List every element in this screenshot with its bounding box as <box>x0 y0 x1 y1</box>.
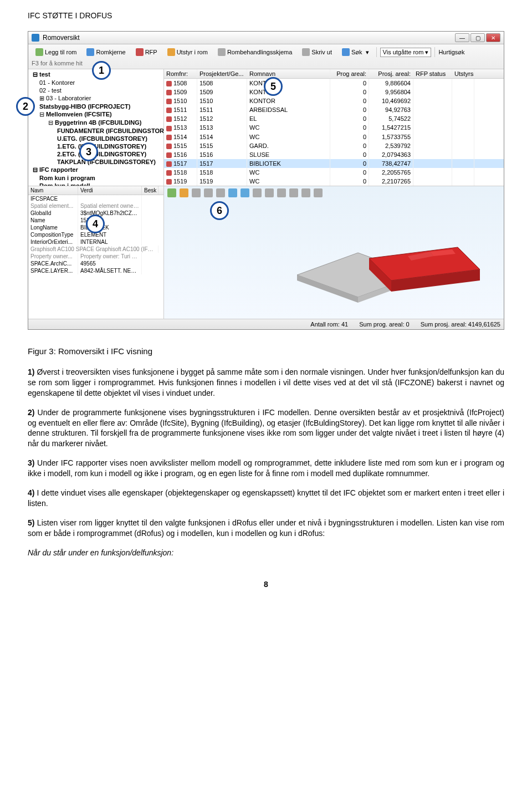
col-prosjektert[interactable]: Prosjektert/Ge... <box>197 69 247 78</box>
callout-4: 4 <box>86 215 105 233</box>
equipment-button[interactable]: Utstyr i rom <box>163 47 212 58</box>
filter-label: Vis utgåtte rom <box>383 49 424 55</box>
view-tool-icon[interactable] <box>180 188 188 197</box>
callout-2: 2 <box>16 97 35 116</box>
prop-key: SPACE.LAYER... <box>28 267 78 274</box>
tree-item[interactable]: 02 - test <box>28 86 163 94</box>
close-button[interactable]: ✕ <box>486 33 500 42</box>
status-prosj-area: Sum prosj. areal: 4149,61625 <box>421 321 500 328</box>
romkjerne-button[interactable]: Romkjerne <box>83 47 129 58</box>
tree-item[interactable]: ⊟ Byggetrinn 4B (IFCBUILDING) <box>28 119 163 127</box>
quicksearch-hint: F3 for å komme hit <box>32 60 83 67</box>
search-icon <box>342 48 350 56</box>
view-tool-icon[interactable] <box>253 188 262 197</box>
view-tool-icon[interactable] <box>241 188 249 197</box>
prop-col-name[interactable]: Navn <box>28 186 78 195</box>
tree-panel[interactable]: ⊟ test 01 - Kontorer 02 - test ⊞ 03 - La… <box>28 69 164 186</box>
tree-item[interactable]: ⊞ 03 - Laboratorier <box>28 94 163 103</box>
list-marker: 3) <box>28 458 34 467</box>
rfp-button[interactable]: RFP <box>132 47 161 58</box>
tree-item[interactable]: Rom kun i program <box>28 174 163 182</box>
prop-val: A842-MÅLSETT. NETTOAR... <box>78 267 142 274</box>
tree-item[interactable]: Rom kun i modell <box>28 182 163 186</box>
table-row[interactable]: 15081508KONTOR09,886604 <box>164 79 504 88</box>
col-prog-areal[interactable]: Prog areal: <box>330 69 369 78</box>
view-tool-icon[interactable] <box>301 188 310 197</box>
table-row[interactable]: 15121512EL05,74522 <box>164 114 504 123</box>
plus-icon <box>35 48 43 56</box>
table-row[interactable]: 15141514WC01,5733755 <box>164 132 504 141</box>
callout-1: 1 <box>92 61 111 80</box>
treatment-button[interactable]: Rombehandlingsskjema <box>214 47 296 58</box>
page-number: 8 <box>28 580 504 589</box>
table-row[interactable]: 15101510KONTOR010,469692 <box>164 96 504 105</box>
view-tool-icon[interactable] <box>167 188 176 197</box>
table-row[interactable]: 15161516SLUSE02,0794363 <box>164 150 504 159</box>
view-tool-icon[interactable] <box>204 188 213 197</box>
prop-val: 3$ntMOgKLB7h2tCZrdEvj <box>78 210 142 217</box>
table-row[interactable]: 15131513WC01,5427215 <box>164 123 504 132</box>
table-row[interactable]: 15151515GARD.02,539792 <box>164 141 504 150</box>
tree-item[interactable]: ⊟ Mellomveien (IFCSITE) <box>28 110 163 119</box>
paragraph-4: I dette vinduet vises alle egenskaper (o… <box>28 488 504 508</box>
prop-col-besk[interactable]: Besk <box>142 186 158 195</box>
tree-item[interactable]: FUNDAMENTER (IFCBUILDINGSTORE <box>28 127 163 135</box>
prop-key: Property owner... <box>28 253 78 260</box>
tree-item[interactable]: Statsbygg-HIBO (IFCPROJECT) <box>28 103 163 110</box>
prop-key: Spatial element... <box>28 202 78 210</box>
prop-col-value[interactable]: Verdi <box>78 186 142 195</box>
view-tool-icon[interactable] <box>289 188 298 197</box>
filter-dropdown[interactable]: Vis utgåtte rom ▾ <box>380 48 432 57</box>
print-button[interactable]: Skriv ut <box>298 47 336 58</box>
table-row[interactable]: 15171517BIBLIOTEK0738,42747 <box>164 159 504 168</box>
view-tool-icon[interactable] <box>228 188 237 197</box>
view-tool-icon[interactable] <box>216 188 225 197</box>
tree-item[interactable]: 01 - Kontorer <box>28 79 163 86</box>
callout-5: 5 <box>264 77 283 96</box>
table-row[interactable]: 15091509KONTOR09,956804 <box>164 88 504 96</box>
maximize-button[interactable]: ▢ <box>470 33 485 42</box>
tree-item[interactable]: TAKPLAN (IFCBUILDINGSTOREY) <box>28 158 163 166</box>
rfp-icon <box>136 48 144 56</box>
paragraph-5: Listen viser rom ligger knyttet til den … <box>28 518 504 538</box>
col-utstyr[interactable]: Utstyrssta <box>452 69 474 78</box>
table-row[interactable]: 15181518WC02,2055765 <box>164 168 504 177</box>
col-romfnr[interactable]: Romfnr: <box>164 69 197 78</box>
view-tool-icon[interactable] <box>265 188 274 197</box>
table-row[interactable]: 15191519WC02,2107265 <box>164 177 504 186</box>
equipment-icon <box>167 48 175 56</box>
window-title: Romoversikt <box>43 34 80 42</box>
col-rfp-status[interactable]: RFP status <box>413 69 452 78</box>
properties-panel: Navn Verdi Besk IFCSPACE Spatial element… <box>28 186 164 319</box>
view-tool-icon[interactable] <box>277 188 286 197</box>
prop-ifcspace: IFCSPACE <box>28 195 78 202</box>
app-window: 1 2 3 4 5 6 Romoversikt — ▢ ✕ Legg til r… <box>28 31 504 330</box>
print-label: Skriv ut <box>311 49 332 55</box>
statusbar: Antall rom: 41 Sum prog. areal: 0 Sum pr… <box>28 319 504 329</box>
prop-key: SPACE.ArchiC... <box>28 260 78 267</box>
prop-val: ELEMENT <box>78 231 142 238</box>
prop-val: INTERNAL <box>78 238 142 246</box>
add-room-button[interactable]: Legg til rom <box>32 47 80 58</box>
equipment-label: Utstyr i rom <box>177 49 208 55</box>
building-model-icon <box>291 225 485 308</box>
paragraph-3: Under IFC rapporter vises noen avvikslis… <box>28 458 504 478</box>
status-prog-area: Sum prog. areal: 0 <box>359 321 410 328</box>
toolbar-separator <box>434 47 435 57</box>
view-tool-icon[interactable] <box>192 188 201 197</box>
room-list: Romfnr: Prosjektert/Ge... Romnavn Prog a… <box>164 69 504 186</box>
col-prosj-areal[interactable]: Prosj. areal: <box>369 69 413 78</box>
search-label: Søk <box>351 49 362 55</box>
view-tool-icon[interactable] <box>314 188 323 197</box>
prop-val: 49565 <box>78 260 142 267</box>
treatment-label: Rombehandlingsskjema <box>227 49 292 55</box>
table-row[interactable]: 15111511ARBEIDSSAL094,92763 <box>164 105 504 114</box>
tree-item[interactable]: ⊟ IFC rapporter <box>28 166 163 174</box>
figure-caption: Figur 3: Romoversikt i IFC visning <box>28 346 504 356</box>
tree-item[interactable]: U.ETG. (IFCBUILDINGSTOREY) <box>28 135 163 142</box>
minimize-button[interactable]: — <box>455 33 469 42</box>
col-romnavn[interactable]: Romnavn <box>247 69 330 78</box>
prop-val: Spatial element owner: Turi H... <box>78 202 142 210</box>
search-button[interactable]: Søk▾ <box>338 47 373 58</box>
toolbar-separator <box>376 47 377 57</box>
